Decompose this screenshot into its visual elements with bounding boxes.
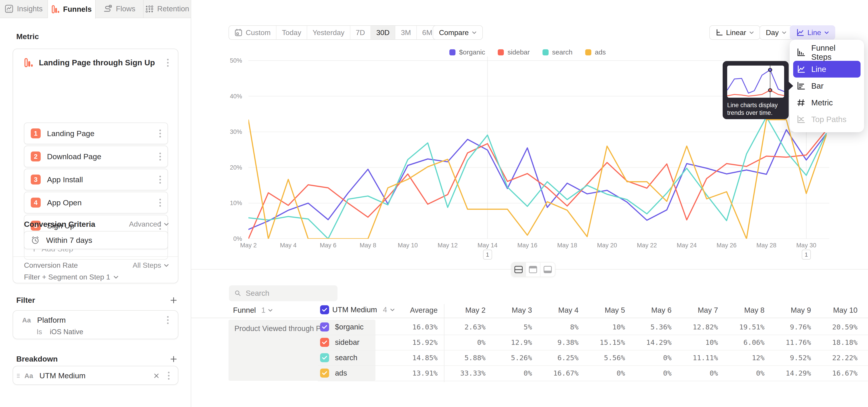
- day-column-header[interactable]: May 8: [721, 306, 765, 315]
- breakdown-kebab-menu[interactable]: [167, 372, 170, 380]
- row-checkbox[interactable]: [320, 353, 329, 362]
- step-kebab-menu[interactable]: [159, 199, 161, 207]
- menu-item-funnel-steps[interactable]: Funnel Steps: [793, 44, 861, 61]
- filter-value[interactable]: iOS Native: [50, 328, 83, 336]
- range-option[interactable]: Yesterday: [307, 26, 350, 39]
- row-checkbox[interactable]: [320, 322, 329, 332]
- annotation-badge[interactable]: 1: [802, 250, 811, 259]
- y-axis-label: 40%: [221, 93, 242, 99]
- series-line-organic[interactable]: [248, 130, 826, 229]
- legend-item[interactable]: sidebar: [498, 49, 530, 56]
- funnel-kebab-menu[interactable]: [166, 59, 169, 67]
- tab-insights[interactable]: Insights: [0, 0, 48, 18]
- menu-item-line[interactable]: Line: [793, 61, 861, 77]
- chart-type-dropdown[interactable]: Line: [790, 25, 835, 40]
- day-column-header[interactable]: May 5: [582, 306, 625, 315]
- table-cell: 20.59%: [815, 323, 858, 331]
- table-row[interactable]: sidebar15.92%0%12.9%9.38%15.15%14.29%10%…: [191, 335, 868, 350]
- funnel-step[interactable]: 3 App Install: [24, 169, 168, 190]
- breakdown-card[interactable]: Aa UTM Medium: [13, 366, 178, 385]
- range-option[interactable]: 30D: [371, 26, 396, 39]
- range-label: 6M: [422, 29, 432, 37]
- tab-funnels[interactable]: Funnels: [48, 0, 96, 19]
- compare-button[interactable]: Compare: [433, 25, 483, 40]
- day-column-header[interactable]: May 7: [675, 306, 718, 315]
- breakdown-property: UTM Medium: [39, 371, 153, 380]
- scale-dropdown[interactable]: Linear: [709, 25, 760, 40]
- funnel-column-header[interactable]: Funnel1: [233, 306, 273, 315]
- tab-flows[interactable]: Flows: [96, 0, 144, 18]
- layout-chart-view-button[interactable]: [526, 262, 540, 277]
- add-breakdown-button[interactable]: [170, 355, 177, 363]
- table-cell: 0%: [582, 369, 625, 377]
- table-cell: 18.18%: [815, 338, 858, 346]
- drag-handle-icon[interactable]: [16, 373, 20, 379]
- report-canvas: Custom TodayYesterday7D30D3M6M12M Compar…: [191, 0, 868, 407]
- x-axis-label: May 6: [312, 242, 344, 249]
- day-column-header[interactable]: May 3: [489, 306, 532, 315]
- table-cell: 5.36%: [629, 323, 672, 331]
- table-cell: 6.06%: [721, 338, 765, 346]
- calendar-icon: [235, 29, 243, 37]
- all-steps-dropdown[interactable]: All Steps: [133, 261, 169, 270]
- average-column-header[interactable]: Average: [393, 306, 438, 315]
- day-column-header[interactable]: May 10: [815, 306, 858, 315]
- row-checkbox[interactable]: [320, 338, 329, 347]
- table-cell: 10%: [582, 323, 625, 331]
- add-filter-button[interactable]: [170, 296, 177, 304]
- y-axis-label: 10%: [221, 200, 242, 206]
- legend-item[interactable]: search: [542, 49, 572, 56]
- insights-icon: [5, 4, 13, 13]
- table-cell: 0%: [442, 338, 486, 346]
- range-option[interactable]: 3M: [395, 26, 416, 39]
- menu-item-top-paths[interactable]: Top Paths: [793, 111, 861, 128]
- table-row[interactable]: $organic16.03%2.63%5%8%10%5.36%12.82%19.…: [191, 320, 868, 335]
- chart-legend: $organicsidebarsearchads: [248, 49, 807, 56]
- step-kebab-menu[interactable]: [159, 153, 161, 160]
- range-label: 3M: [401, 29, 411, 37]
- breakdown-section-title: Breakdown: [16, 354, 58, 363]
- filter-operator[interactable]: Is: [37, 328, 42, 336]
- menu-item-bar[interactable]: Bar: [793, 77, 861, 94]
- funnel-step[interactable]: 2 Download Page: [24, 146, 168, 167]
- menu-item-metric[interactable]: Metric: [793, 94, 861, 111]
- conversion-window[interactable]: Within 7 days: [24, 231, 168, 249]
- day-column-header[interactable]: May 6: [629, 306, 672, 315]
- filter-card[interactable]: Aa Platform Is iOS Native: [13, 310, 178, 339]
- table-row[interactable]: search14.85%5.88%5.26%6.25%5.56%0%11.11%…: [191, 350, 868, 366]
- legend-item[interactable]: $organic: [450, 49, 485, 56]
- range-option[interactable]: 7D: [350, 26, 371, 39]
- filter-kebab-menu[interactable]: [166, 316, 169, 324]
- tab-retention[interactable]: Retention: [144, 0, 191, 18]
- table-search[interactable]: [229, 285, 338, 301]
- table-cell: 12.82%: [675, 323, 718, 331]
- annotation-badge[interactable]: 1: [483, 250, 492, 259]
- step-kebab-menu[interactable]: [159, 130, 161, 137]
- search-input[interactable]: [246, 289, 332, 298]
- select-all-checkbox[interactable]: [320, 305, 329, 314]
- remove-breakdown-icon[interactable]: [153, 373, 159, 379]
- day-column-header[interactable]: May 9: [768, 306, 811, 315]
- layout-split-view-button[interactable]: [512, 262, 526, 277]
- advanced-dropdown[interactable]: Advanced: [129, 220, 169, 228]
- step-label: App Open: [47, 198, 153, 207]
- conversion-window-label: Within 7 days: [46, 236, 161, 245]
- day-column-header[interactable]: May 2: [442, 306, 486, 315]
- range-custom[interactable]: Custom: [229, 26, 276, 39]
- table-row[interactable]: ads13.91%33.33%0%16.67%0%0%0%0%14.29%16.…: [191, 366, 868, 381]
- step-kebab-menu[interactable]: [159, 176, 161, 184]
- range-option[interactable]: Today: [276, 26, 307, 39]
- layout-table-view-button[interactable]: [540, 262, 555, 277]
- segment-step-dropdown[interactable]: Filter + Segment on Step 1: [24, 273, 110, 281]
- breakdown-column-header[interactable]: UTM Medium4: [320, 305, 395, 314]
- legend-item[interactable]: ads: [585, 49, 606, 56]
- x-axis-label: May 20: [591, 242, 623, 249]
- interval-dropdown[interactable]: Day: [760, 25, 793, 40]
- funnel-step[interactable]: 4 App Open: [24, 192, 168, 214]
- row-checkbox[interactable]: [320, 369, 329, 378]
- day-column-header[interactable]: May 4: [535, 306, 579, 315]
- funnel-step[interactable]: 1 Landing Page: [24, 123, 168, 144]
- tooltip-caret: [788, 81, 793, 91]
- funnel-steps-icon: [797, 48, 805, 57]
- table-cell: 16.67%: [815, 369, 858, 377]
